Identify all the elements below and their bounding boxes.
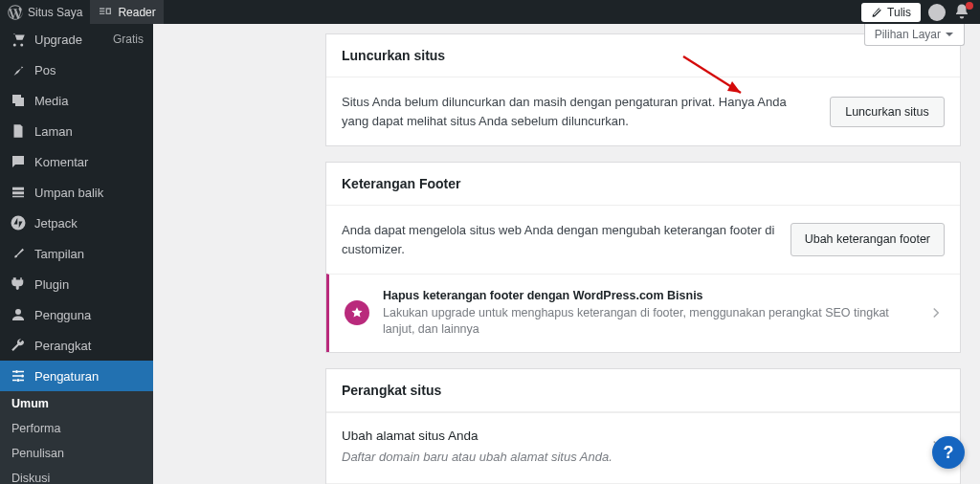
pin-icon (10, 61, 27, 78)
tools-card-head: Perangkat situs (326, 369, 960, 412)
write-label: Tulis (887, 6, 911, 19)
reader-label: Reader (118, 6, 155, 19)
footer-card-head: Keterangan Footer (326, 163, 960, 206)
svg-point-0 (11, 216, 26, 231)
sidebar-label: Tampilan (34, 247, 144, 261)
sidebar-item-media[interactable]: Media (0, 85, 153, 116)
wordpress-icon (8, 5, 23, 20)
notification-dot-icon (966, 2, 973, 10)
sidebar-sub-diskusi[interactable]: Diskusi (0, 466, 153, 484)
notifications[interactable] (953, 3, 972, 22)
admin-sidebar: Upgrade Gratis Pos Media Laman Komentar (0, 24, 153, 484)
sidebar-label: Pengaturan (34, 369, 144, 384)
chevron-right-icon (927, 304, 945, 321)
promo-title: Hapus keterangan footer dengan WordPress… (383, 288, 914, 305)
sidebar-label: Jetpack (34, 216, 144, 231)
wp-logo[interactable]: Situs Saya (0, 0, 90, 24)
footer-upgrade-promo[interactable]: Hapus keterangan footer dengan WordPress… (326, 274, 960, 352)
change-footer-button[interactable]: Ubah keterangan footer (791, 223, 945, 255)
media-icon (10, 92, 27, 109)
sidebar-item-laman[interactable]: Laman (0, 116, 153, 146)
sidebar-label: Plugin (34, 277, 144, 292)
jetpack-icon (10, 214, 27, 231)
sidebar-sub-performa[interactable]: Performa (0, 416, 153, 441)
sidebar-label: Pos (34, 63, 144, 77)
sidebar-item-jetpack[interactable]: Jetpack (0, 208, 153, 238)
sidebar-sub-umum[interactable]: Umum (0, 391, 153, 416)
sidebar-submenu: Umum Performa Penulisan Diskusi Bacaan M… (0, 391, 153, 484)
brush-icon (10, 245, 27, 262)
star-badge (345, 300, 369, 325)
wrench-icon (10, 337, 27, 354)
sidebar-item-upgrade[interactable]: Upgrade Gratis (0, 24, 153, 55)
sidebar-label: Komentar (34, 155, 144, 169)
change-address-row[interactable]: Ubah alamat situs Anda Daftar domain bar… (326, 412, 960, 484)
write-button[interactable]: Tulis (861, 3, 921, 22)
svg-point-2 (21, 375, 24, 378)
footer-credit-card: Keterangan Footer Anda dapat mengelola s… (325, 162, 961, 353)
sidebar-item-komentar[interactable]: Komentar (0, 146, 153, 177)
sidebar-label: Umpan balik (34, 186, 144, 200)
reader-tab[interactable]: Reader (90, 0, 163, 24)
caret-down-icon (945, 30, 954, 39)
sidebar-item-pengguna[interactable]: Pengguna (0, 299, 153, 330)
screen-options-label: Pilihan Layar (875, 28, 941, 41)
avatar[interactable] (928, 4, 946, 21)
sidebar-label: Perangkat (34, 339, 144, 353)
launch-site-card: Luncurkan situs Situs Anda belum diluncu… (325, 33, 961, 146)
sidebar-item-perangkat[interactable]: Perangkat (0, 330, 153, 361)
sidebar-item-plugin[interactable]: Plugin (0, 269, 153, 299)
sidebar-label: Laman (34, 124, 144, 139)
change-address-desc: Daftar domain baru atau ubah alamat situ… (342, 448, 914, 467)
user-icon (10, 306, 27, 323)
svg-point-3 (17, 379, 20, 382)
content-area: Pilihan Layar Luncurkan situs Situs Anda… (153, 24, 980, 484)
sidebar-item-pos[interactable]: Pos (0, 55, 153, 85)
sliders-icon (10, 367, 27, 385)
plugin-icon (10, 275, 27, 293)
sidebar-sub-penulisan[interactable]: Penulisan (0, 441, 153, 466)
sidebar-label: Upgrade (34, 33, 105, 47)
help-icon: ? (944, 443, 954, 463)
change-address-title: Ubah alamat situs Anda (342, 427, 914, 446)
sidebar-item-umpan[interactable]: Umpan balik (0, 177, 153, 208)
page-icon (10, 122, 27, 140)
sidebar-label: Media (34, 94, 144, 108)
reader-icon (98, 5, 113, 20)
site-tools-card: Perangkat situs Ubah alamat situs Anda D… (325, 368, 961, 485)
sidebar-item-pengaturan[interactable]: Pengaturan (0, 361, 153, 391)
admin-bar: Situs Saya Reader Tulis (0, 0, 980, 24)
cart-icon (10, 31, 27, 48)
launch-site-button[interactable]: Luncurkan situs (830, 97, 945, 127)
sidebar-item-tampilan[interactable]: Tampilan (0, 238, 153, 269)
svg-point-1 (15, 370, 18, 373)
launch-desc: Situs Anda belum diluncurkan dan masih d… (342, 93, 814, 130)
screen-options-button[interactable]: Pilihan Layar (864, 24, 965, 46)
pencil-icon (871, 7, 882, 18)
sidebar-label: Pengguna (34, 308, 144, 322)
upgrade-badge: Gratis (113, 33, 144, 46)
star-icon (350, 306, 364, 319)
footer-desc: Anda dapat mengelola situs web Anda deng… (342, 221, 775, 258)
comment-icon (10, 153, 27, 170)
feedback-icon (10, 184, 27, 201)
site-label: Situs Saya (28, 6, 82, 19)
promo-desc: Lakukan upgrade untuk menghapus keterang… (383, 305, 914, 339)
help-fab[interactable]: ? (932, 436, 965, 469)
